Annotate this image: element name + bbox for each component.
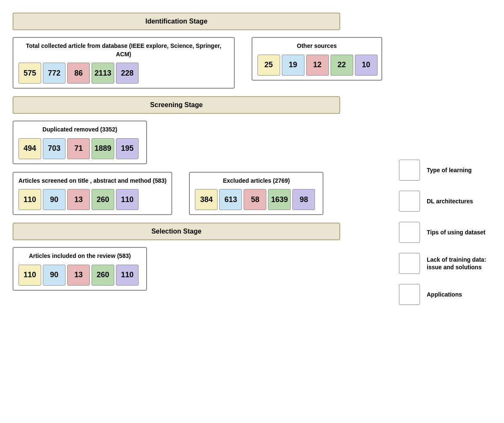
dup-cells: 494 703 71 1889 195 bbox=[18, 138, 141, 159]
database-cells: 575 772 86 2113 228 bbox=[18, 63, 229, 84]
dup-cell-1: 703 bbox=[43, 138, 66, 159]
sc-cell-0: 110 bbox=[18, 189, 41, 210]
legend-label-4: Applications bbox=[427, 291, 462, 298]
in-cell-2: 13 bbox=[67, 265, 90, 286]
db-cell-3: 2113 bbox=[92, 63, 114, 84]
incl-cells: 110 90 13 260 110 bbox=[18, 265, 141, 286]
database-card: Total collected article from database (I… bbox=[13, 37, 235, 89]
legend-box-pink bbox=[399, 222, 420, 243]
sc-cell-4: 110 bbox=[116, 189, 139, 210]
duplicated-card: Duplicated removed (3352) 494 703 71 188… bbox=[13, 121, 147, 164]
ex-cell-3: 1639 bbox=[268, 189, 291, 210]
in-cell-3: 260 bbox=[92, 265, 114, 286]
main-layout: Identification Stage Total collected art… bbox=[13, 8, 491, 305]
excluded-card-title: Excluded articles (2769) bbox=[195, 177, 318, 185]
duplicated-card-title: Duplicated removed (3352) bbox=[18, 126, 141, 134]
excl-cells: 384 613 58 1639 98 bbox=[195, 189, 318, 210]
legend-box-green bbox=[399, 253, 420, 274]
in-cell-1: 90 bbox=[43, 265, 66, 286]
os-cell-4: 10 bbox=[355, 55, 378, 76]
included-card-title: Articles included on the review (583) bbox=[18, 252, 141, 260]
dup-cell-2: 71 bbox=[67, 138, 90, 159]
ex-cell-4: 98 bbox=[292, 189, 315, 210]
legend-label-1: DL architectures bbox=[427, 197, 473, 205]
sc-cell-3: 260 bbox=[92, 189, 114, 210]
other-sources-card-title: Other sources bbox=[257, 42, 376, 50]
legend-box-purple bbox=[399, 284, 420, 305]
os-cell-2: 12 bbox=[306, 55, 329, 76]
db-cell-0: 575 bbox=[18, 63, 41, 84]
screened-cells: 110 90 13 260 110 bbox=[18, 189, 166, 210]
db-cell-2: 86 bbox=[67, 63, 90, 84]
ex-cell-2: 58 bbox=[244, 189, 266, 210]
screening-stage-header: Screening Stage bbox=[13, 96, 340, 114]
left-content: Identification Stage Total collected art… bbox=[13, 8, 382, 305]
excluded-card: Excluded articles (2769) 384 613 58 1639… bbox=[189, 172, 323, 215]
identification-row: Total collected article from database (I… bbox=[13, 37, 382, 89]
sc-cell-1: 90 bbox=[43, 189, 66, 210]
other-cells: 25 19 12 22 10 bbox=[257, 55, 376, 76]
os-cell-0: 25 bbox=[257, 55, 280, 76]
selection-stage-header: Selection Stage bbox=[13, 223, 340, 240]
legend-label-2: Tips of using dataset bbox=[427, 229, 486, 236]
legend-area: Type of learning DL architectures Tips o… bbox=[382, 8, 491, 305]
screened-card-title: Articles screened on title , abstract an… bbox=[18, 177, 166, 185]
screened-card: Articles screened on title , abstract an… bbox=[13, 172, 172, 215]
dup-cell-3: 1889 bbox=[92, 138, 114, 159]
identification-stage-header: Identification Stage bbox=[13, 13, 340, 30]
selection-row: Articles included on the review (583) 11… bbox=[13, 247, 382, 291]
other-sources-card: Other sources 25 19 12 22 10 bbox=[252, 37, 382, 81]
database-card-title: Total collected article from database (I… bbox=[18, 42, 229, 58]
legend-item-0: Type of learning bbox=[399, 160, 491, 181]
dup-cell-0: 494 bbox=[18, 138, 41, 159]
screening-row-1: Duplicated removed (3352) 494 703 71 188… bbox=[13, 121, 382, 164]
legend-item-1: DL architectures bbox=[399, 191, 491, 212]
db-cell-4: 228 bbox=[116, 63, 139, 84]
in-cell-0: 110 bbox=[18, 265, 41, 286]
legend-item-2: Tips of using dataset bbox=[399, 222, 491, 243]
ex-cell-1: 613 bbox=[219, 189, 242, 210]
os-cell-3: 22 bbox=[331, 55, 353, 76]
db-cell-1: 772 bbox=[43, 63, 66, 84]
legend-box-blue bbox=[399, 191, 420, 212]
ex-cell-0: 384 bbox=[195, 189, 218, 210]
included-card: Articles included on the review (583) 11… bbox=[13, 247, 147, 291]
os-cell-1: 19 bbox=[282, 55, 304, 76]
legend-label-0: Type of learning bbox=[427, 166, 472, 174]
sc-cell-2: 13 bbox=[67, 189, 90, 210]
screening-row-2: Articles screened on title , abstract an… bbox=[13, 172, 382, 215]
legend-box-yellow bbox=[399, 160, 420, 181]
dup-cell-4: 195 bbox=[116, 138, 139, 159]
legend-label-3: Lack of training data: issue and solutio… bbox=[427, 256, 491, 271]
in-cell-4: 110 bbox=[116, 265, 139, 286]
legend-item-3: Lack of training data: issue and solutio… bbox=[399, 253, 491, 274]
legend-item-4: Applications bbox=[399, 284, 491, 305]
